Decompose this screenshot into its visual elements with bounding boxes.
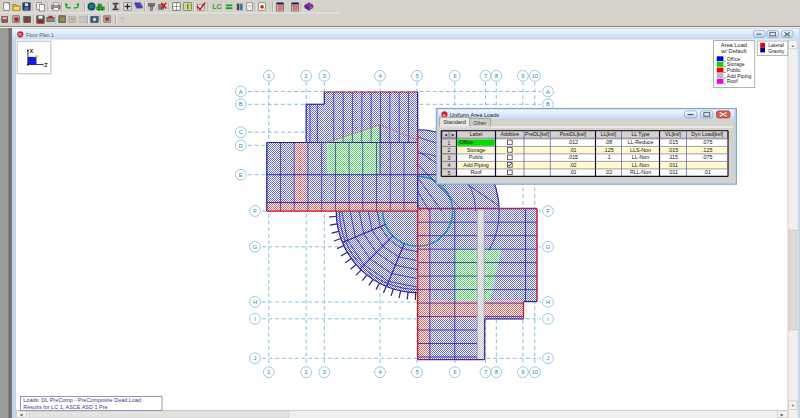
svg-text:LC: LC bbox=[213, 3, 222, 10]
svg-text:G: G bbox=[253, 244, 258, 250]
svg-text:LL-Reduce: LL-Reduce bbox=[628, 139, 654, 145]
svg-text:1: 1 bbox=[267, 73, 270, 79]
svg-text:Floor Plan 1: Floor Plan 1 bbox=[26, 32, 54, 38]
svg-text:Add Piping: Add Piping bbox=[463, 162, 489, 168]
svg-text:VL[ksf]: VL[ksf] bbox=[665, 131, 681, 137]
svg-text:H: H bbox=[546, 299, 550, 305]
svg-text:2: 2 bbox=[447, 147, 450, 153]
svg-text:D: D bbox=[239, 143, 243, 149]
svg-text:7: 7 bbox=[484, 73, 487, 79]
svg-text:4: 4 bbox=[447, 162, 450, 168]
svg-text:w/ Default: w/ Default bbox=[720, 48, 747, 54]
svg-text:PostDL[ksf]: PostDL[ksf] bbox=[560, 131, 587, 137]
svg-text:6: 6 bbox=[453, 73, 456, 79]
svg-text:B: B bbox=[239, 101, 243, 107]
svg-text:F: F bbox=[546, 208, 550, 214]
svg-text:▲: ▲ bbox=[791, 43, 795, 48]
svg-text:Uniform Area Loads: Uniform Area Loads bbox=[450, 112, 500, 118]
svg-text:10: 10 bbox=[532, 73, 538, 79]
svg-text:.02: .02 bbox=[605, 169, 612, 175]
svg-text:.011: .011 bbox=[668, 169, 678, 175]
svg-text:.015: .015 bbox=[568, 154, 578, 160]
svg-text:Office: Office bbox=[460, 139, 474, 145]
svg-text:Gravity: Gravity bbox=[768, 48, 785, 54]
svg-text:J: J bbox=[254, 355, 257, 361]
svg-text:Roof: Roof bbox=[470, 169, 482, 175]
svg-text:Standard: Standard bbox=[443, 119, 466, 125]
svg-text:▼: ▼ bbox=[791, 403, 795, 408]
svg-text:.012: .012 bbox=[568, 139, 578, 145]
svg-text:3: 3 bbox=[323, 73, 326, 79]
svg-text:.125: .125 bbox=[702, 147, 712, 153]
svg-text:J: J bbox=[547, 355, 550, 361]
svg-text:H: H bbox=[253, 299, 257, 305]
svg-text:.02: .02 bbox=[569, 162, 576, 168]
svg-text:Dyn Load[ksf]: Dyn Load[ksf] bbox=[691, 131, 723, 137]
svg-text:Label: Label bbox=[470, 131, 483, 137]
svg-text:Storage: Storage bbox=[467, 147, 486, 153]
svg-text:.115: .115 bbox=[668, 154, 678, 160]
svg-text:.01: .01 bbox=[704, 169, 711, 175]
svg-text:.075: .075 bbox=[702, 154, 712, 160]
svg-text:2: 2 bbox=[305, 369, 308, 375]
svg-text:1: 1 bbox=[447, 140, 450, 146]
svg-text:X: X bbox=[30, 48, 34, 54]
svg-text:FL: FL bbox=[19, 33, 23, 37]
svg-text:2: 2 bbox=[305, 73, 308, 79]
svg-text:PreDL[ksf]: PreDL[ksf] bbox=[525, 131, 550, 137]
svg-text:9: 9 bbox=[521, 369, 524, 375]
svg-text:8: 8 bbox=[495, 369, 498, 375]
svg-text:10: 10 bbox=[532, 369, 538, 375]
svg-text:.015: .015 bbox=[668, 147, 678, 153]
svg-text:Area Load: Area Load bbox=[721, 42, 747, 48]
svg-text:6: 6 bbox=[453, 369, 456, 375]
svg-text:A: A bbox=[546, 89, 550, 95]
svg-text:▶: ▶ bbox=[452, 133, 455, 137]
svg-text:LL[ksf]: LL[ksf] bbox=[601, 131, 617, 137]
svg-text:G: G bbox=[546, 244, 551, 250]
svg-text:E: E bbox=[239, 172, 243, 178]
svg-text:5: 5 bbox=[415, 73, 418, 79]
svg-text:.08: .08 bbox=[605, 139, 612, 145]
svg-text:.015: .015 bbox=[668, 139, 678, 145]
svg-text:LLS-Non: LLS-Non bbox=[630, 147, 651, 153]
svg-text:.01: .01 bbox=[569, 169, 576, 175]
svg-text:1: 1 bbox=[267, 369, 270, 375]
svg-text:7: 7 bbox=[484, 369, 487, 375]
svg-text:Roof: Roof bbox=[727, 78, 738, 84]
svg-text:9: 9 bbox=[521, 73, 524, 79]
svg-text:A: A bbox=[239, 89, 243, 95]
svg-text:B: B bbox=[546, 101, 550, 107]
svg-text:5: 5 bbox=[415, 369, 418, 375]
svg-text:RLL-Non: RLL-Non bbox=[630, 169, 651, 175]
svg-text:Results for LC 1, ASCE ASD 1 P: Results for LC 1, ASCE ASD 1 Pre bbox=[23, 404, 107, 410]
svg-text:.125: .125 bbox=[603, 147, 613, 153]
svg-text:◀: ◀ bbox=[444, 133, 447, 137]
svg-text:3: 3 bbox=[323, 369, 326, 375]
svg-text:C: C bbox=[239, 129, 243, 135]
svg-text:Additive: Additive bbox=[501, 131, 520, 137]
svg-text:5: 5 bbox=[447, 170, 450, 176]
svg-text:LL-Non: LL-Non bbox=[632, 154, 649, 160]
svg-text:8: 8 bbox=[495, 73, 498, 79]
svg-text:LL-Non: LL-Non bbox=[632, 162, 649, 168]
svg-text:F: F bbox=[253, 208, 257, 214]
svg-text:.075: .075 bbox=[702, 139, 712, 145]
svg-text:Public: Public bbox=[469, 154, 484, 160]
svg-text:.011: .011 bbox=[668, 162, 678, 168]
svg-text:.01: .01 bbox=[569, 147, 576, 153]
svg-text:Loads: DL PreComp - PreComposi: Loads: DL PreComp - PreComposite Dead Lo… bbox=[23, 397, 141, 403]
svg-text:LL Type: LL Type bbox=[631, 131, 649, 137]
svg-text:3: 3 bbox=[447, 155, 450, 161]
svg-text:.1: .1 bbox=[606, 154, 610, 160]
svg-text:Other: Other bbox=[473, 120, 486, 126]
svg-text:?: ? bbox=[120, 15, 125, 24]
